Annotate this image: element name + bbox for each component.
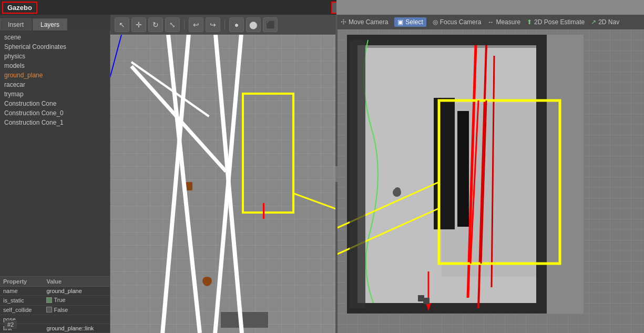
grid-background <box>110 35 336 333</box>
gazebo-toolbar: ↖ ✛ ↻ ⤡ ↩ ↪ ● ⬤ ⬛ <box>110 15 336 35</box>
viewport-divider[interactable] <box>335 15 338 333</box>
scale-button[interactable]: ⤡ <box>165 17 180 32</box>
nav-label: 2D Nav <box>598 18 619 26</box>
move-camera-label: Move Camera <box>349 18 388 26</box>
left-sidebar: scene Spherical Coordinates physics mode… <box>0 31 110 333</box>
gazebo-viewport[interactable]: ↖ ✛ ↻ ⤡ ↩ ↪ ● ⬤ ⬛ <box>110 15 336 333</box>
tree-item-cone3[interactable]: Construction Cone_1 <box>0 118 110 127</box>
prop-label-name: name <box>0 287 43 296</box>
tree-item-ground-plane[interactable]: ground_plane <box>0 70 110 80</box>
add-box-button[interactable]: ⬛ <box>263 17 278 32</box>
prop-header-property: Property <box>0 277 43 287</box>
redo-button[interactable]: ↪ <box>206 17 220 32</box>
prop-row-name: name ground_plane <box>0 287 110 296</box>
tree-item-physics[interactable]: physics <box>0 52 110 61</box>
rviz-select[interactable]: ▣ Select <box>394 17 426 27</box>
undo-button[interactable]: ↩ <box>189 17 203 32</box>
gazebo-3d-scene[interactable] <box>110 35 336 333</box>
add-sphere-button[interactable]: ● <box>229 17 244 32</box>
tab-layers[interactable]: Layers <box>33 18 67 31</box>
tree-item-models[interactable]: models <box>0 61 110 70</box>
checkbox-false-label: False <box>54 307 68 313</box>
measure-icon: ↔ <box>487 18 494 26</box>
checkbox-true-icon[interactable] <box>46 297 52 303</box>
prop-value-link: ground_plane::link <box>43 324 110 333</box>
rviz-measure[interactable]: ↔ Measure <box>487 18 520 26</box>
rviz-toolbar: ☩ Move Camera ▣ Select ◎ Focus Camera ↔ … <box>336 15 644 29</box>
checkbox-false-icon[interactable] <box>46 307 52 312</box>
gazebo-title: Gazebo <box>2 2 37 14</box>
nav-icon: ↗ <box>591 18 596 26</box>
rviz-focus-camera[interactable]: ◎ Focus Camera <box>433 18 482 26</box>
rviz-grid-background <box>336 29 644 333</box>
prop-value-pose <box>43 315 110 324</box>
drag-handle[interactable] <box>335 166 338 182</box>
tree-item-racecar[interactable]: racecar <box>0 80 110 89</box>
prop-label-static: is_static <box>0 296 43 306</box>
rviz-pose-estimate[interactable]: ⬆ 2D Pose Estimate <box>527 18 585 26</box>
tree-item-trymap[interactable]: trymap <box>0 89 110 99</box>
prop-row-collide: self_collide False <box>0 305 110 315</box>
pose-icon: ⬆ <box>527 18 532 26</box>
obstacle-dot-2 <box>423 298 430 304</box>
rviz-move-camera[interactable]: ☩ Move Camera <box>341 18 388 26</box>
translate-button[interactable]: ✛ <box>131 17 146 32</box>
select-label: Select <box>405 18 423 26</box>
move-camera-icon: ☩ <box>341 18 346 26</box>
tree-item-cone1[interactable]: Construction Cone <box>0 99 110 108</box>
gazebo-tab-bar: Insert Layers <box>0 15 110 31</box>
focus-camera-label: Focus Camera <box>440 18 482 26</box>
select-arrow-button[interactable]: ↖ <box>115 17 129 32</box>
checkbox-true-label: True <box>54 297 65 303</box>
prop-value-collide: False <box>43 305 110 315</box>
pose-label: 2D Pose Estimate <box>534 18 585 26</box>
measure-label: Measure <box>496 18 520 26</box>
select-icon: ▣ <box>397 18 403 26</box>
world-tree: scene Spherical Coordinates physics mode… <box>0 31 110 276</box>
obstacle-dot-1 <box>394 187 401 194</box>
rotate-button[interactable]: ↻ <box>148 17 163 32</box>
toolbar-separator1 <box>184 19 185 30</box>
red-sensor-stick <box>263 203 264 219</box>
bottom-number-tag: #2 <box>4 320 17 329</box>
yellow-highlight-rect <box>242 93 294 214</box>
prop-row-static: is_static True <box>0 296 110 306</box>
rviz-nav[interactable]: ↗ 2D Nav <box>591 18 619 26</box>
dark-object-shape <box>221 312 268 328</box>
robot-object-1 <box>184 182 192 190</box>
rviz-viewport[interactable]: ☩ Move Camera ▣ Select ◎ Focus Camera ↔ … <box>336 0 644 333</box>
tree-item-spherical[interactable]: Spherical Coordinates <box>0 42 110 52</box>
prop-header-value: Value <box>43 277 110 287</box>
tree-item-scene[interactable]: scene <box>0 33 110 42</box>
prop-value-static: True <box>43 296 110 306</box>
tab-insert[interactable]: Insert <box>0 18 32 31</box>
prop-label-collide: self_collide <box>0 305 43 315</box>
add-cylinder-button[interactable]: ⬤ <box>246 17 261 32</box>
toolbar-separator2 <box>224 19 225 30</box>
tree-item-cone2[interactable]: Construction Cone_0 <box>0 108 110 118</box>
rviz-scene[interactable] <box>336 29 644 333</box>
focus-camera-icon: ◎ <box>433 18 438 26</box>
prop-value-name: ground_plane <box>43 287 110 296</box>
